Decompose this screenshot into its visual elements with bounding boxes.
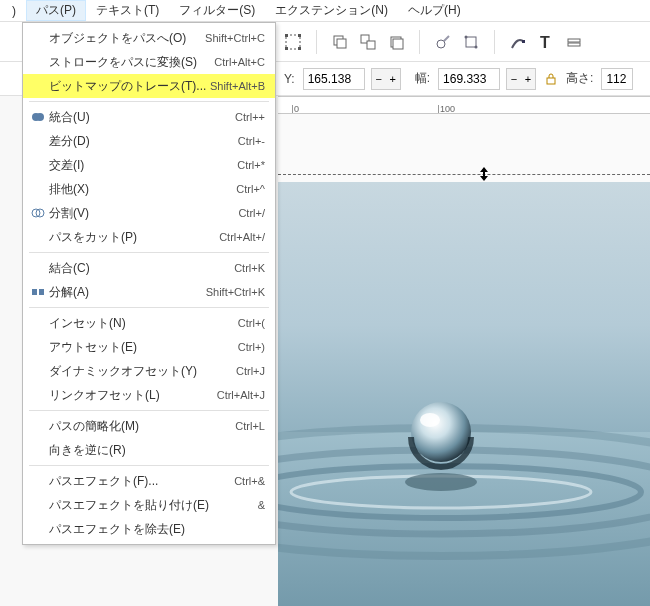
menu-path-effects[interactable]: パスエフェクト(F)...Ctrl+& [23, 469, 275, 493]
menu-exclusion[interactable]: 排他(X)Ctrl+^ [23, 177, 275, 201]
svg-rect-2 [298, 34, 301, 37]
canvas[interactable] [278, 114, 650, 606]
svg-point-30 [36, 113, 44, 121]
menu-break-apart[interactable]: 分解(A)Shift+Ctrl+K [23, 280, 275, 304]
menubar-text[interactable]: テキスト(T) [86, 0, 169, 21]
y-label: Y: [284, 72, 295, 86]
menu-outset[interactable]: アウトセット(E)Ctrl+) [23, 335, 275, 359]
svg-rect-4 [298, 47, 301, 50]
menubar-help[interactable]: ヘルプ(H) [398, 0, 471, 21]
menubar-path[interactable]: パス(P) [26, 0, 86, 21]
menu-trace-bitmap[interactable]: ビットマップのトレース(T)...Shift+Alt+B [23, 74, 275, 98]
svg-rect-12 [466, 37, 476, 47]
menu-separator [29, 410, 269, 411]
svg-point-27 [411, 402, 471, 462]
transform-icon[interactable] [462, 33, 480, 51]
resize-handle-top[interactable] [478, 167, 490, 181]
svg-rect-33 [32, 289, 37, 295]
selection-marquee [278, 174, 650, 175]
clone-icon[interactable] [387, 33, 405, 51]
svg-text:T: T [540, 34, 550, 50]
svg-rect-10 [393, 39, 403, 49]
svg-point-26 [405, 473, 477, 491]
menu-dynamic-offset[interactable]: ダイナミックオフセット(Y)Ctrl+J [23, 359, 275, 383]
duplicate-icon[interactable] [359, 33, 377, 51]
menubar-filter[interactable]: フィルター(S) [169, 0, 265, 21]
menu-separator [29, 465, 269, 466]
svg-point-14 [475, 45, 478, 48]
path-edit-icon[interactable] [509, 33, 527, 51]
menu-separator [29, 101, 269, 102]
lock-icon[interactable] [542, 70, 560, 88]
copy-icon[interactable] [331, 33, 349, 51]
svg-point-13 [465, 35, 468, 38]
menu-simplify[interactable]: パスの簡略化(M)Ctrl+L [23, 414, 275, 438]
svg-rect-17 [568, 39, 580, 42]
text-icon[interactable]: T [537, 33, 555, 51]
bounds-icon[interactable] [284, 33, 302, 51]
w-spinner[interactable]: −+ [506, 68, 536, 90]
svg-rect-20 [278, 182, 650, 442]
svg-rect-8 [367, 41, 375, 49]
svg-rect-3 [285, 47, 288, 50]
canvas-image [278, 182, 650, 606]
svg-rect-34 [39, 289, 44, 295]
menu-path: オブジェクトをパスへ(O)Shift+Ctrl+C ストロークをパスに変換(S)… [22, 22, 276, 545]
paint-icon[interactable] [434, 33, 452, 51]
ruler-horizontal: 0 100 [278, 96, 650, 114]
w-label: 幅: [415, 70, 430, 87]
menu-reverse[interactable]: 向きを逆に(R) [23, 438, 275, 462]
menu-stroke-to-path[interactable]: ストロークをパスに変換(S)Ctrl+Alt+C [23, 50, 275, 74]
menu-intersection[interactable]: 交差(I)Ctrl+* [23, 153, 275, 177]
h-label: 高さ: [566, 70, 593, 87]
menu-cut-path[interactable]: パスをカット(P)Ctrl+Alt+/ [23, 225, 275, 249]
svg-rect-0 [286, 35, 300, 49]
svg-rect-1 [285, 34, 288, 37]
menubar-prev-truncated[interactable]: ) [2, 2, 26, 20]
menubar: ) パス(P) テキスト(T) フィルター(S) エクステンション(N) ヘルプ… [0, 0, 650, 22]
menu-object-to-path[interactable]: オブジェクトをパスへ(O)Shift+Ctrl+C [23, 26, 275, 50]
menu-division[interactable]: 分割(V)Ctrl+/ [23, 201, 275, 225]
svg-rect-19 [547, 78, 555, 84]
w-input[interactable] [438, 68, 500, 90]
menu-inset[interactable]: インセット(N)Ctrl+( [23, 311, 275, 335]
svg-point-28 [420, 413, 440, 427]
menu-union[interactable]: 統合(U)Ctrl++ [23, 105, 275, 129]
menu-paste-path-effect[interactable]: パスエフェクトを貼り付け(E)& [23, 493, 275, 517]
y-input[interactable] [303, 68, 365, 90]
h-input[interactable] [601, 68, 633, 90]
svg-rect-15 [522, 40, 525, 43]
menu-remove-path-effect[interactable]: パスエフェクトを除去(E) [23, 517, 275, 541]
menu-linked-offset[interactable]: リンクオフセット(L)Ctrl+Alt+J [23, 383, 275, 407]
layers-icon[interactable] [565, 33, 583, 51]
svg-point-11 [437, 40, 445, 48]
menubar-extension[interactable]: エクステンション(N) [265, 0, 398, 21]
menu-separator [29, 307, 269, 308]
menu-separator [29, 252, 269, 253]
svg-rect-6 [337, 39, 346, 48]
svg-rect-18 [568, 43, 580, 46]
menu-difference[interactable]: 差分(D)Ctrl+- [23, 129, 275, 153]
y-spinner[interactable]: −+ [371, 68, 401, 90]
menu-combine[interactable]: 結合(C)Ctrl+K [23, 256, 275, 280]
